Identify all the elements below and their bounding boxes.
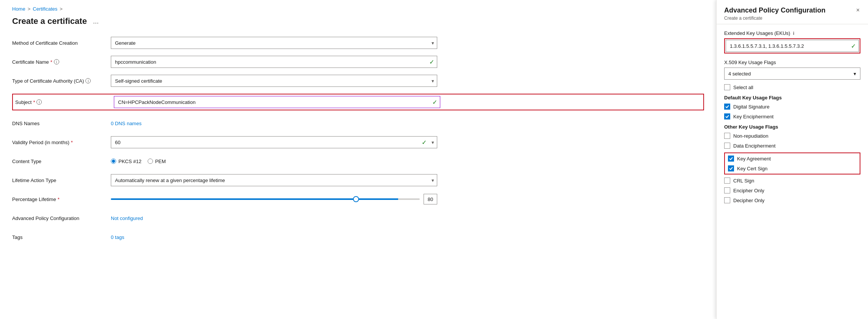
crl-sign-item[interactable]: CRL Sign [724, 178, 860, 184]
cert-name-check-icon: ✓ [429, 58, 434, 66]
panel-close-button[interactable]: × [855, 6, 860, 14]
key-cert-sign-item[interactable]: Key Cert Sign [728, 165, 857, 171]
pem-radio[interactable] [148, 159, 153, 164]
encipher-only-checkbox[interactable] [724, 187, 730, 193]
method-select-wrapper: Generate ▾ [111, 37, 437, 49]
breadcrumb-sep2: > [60, 6, 63, 12]
key-agreement-item[interactable]: Key Agreement [728, 156, 857, 162]
lifetime-control: Automatically renew at a given percentag… [111, 174, 437, 186]
form-row-subject: Subject * i ✓ [12, 94, 704, 110]
non-repudiation-label: Non-repudiation [733, 133, 769, 139]
pkcs-radio-label[interactable]: PKCS #12 [111, 159, 142, 164]
pkcs-radio-text: PKCS #12 [118, 159, 142, 164]
content-type-label: Content Type [12, 159, 111, 164]
x509-select-button[interactable]: 4 selected ▾ [724, 68, 860, 80]
key-agreement-checkbox[interactable] [728, 156, 734, 162]
eku-input[interactable] [726, 40, 859, 52]
panel-subtitle: Create a certificate [724, 16, 825, 21]
key-cert-sign-check-icon [729, 167, 733, 170]
ca-type-control: Self-signed certificate ▾ [111, 75, 437, 87]
page-title: Create a certificate [12, 16, 87, 26]
percentage-label: Percentage Lifetime * [12, 196, 111, 202]
slider-container [111, 195, 420, 203]
x509-chevron-icon: ▾ [854, 71, 856, 77]
digital-signature-checkbox[interactable] [724, 104, 730, 110]
eku-wrapper: ✓ [724, 38, 860, 53]
decipher-only-checkbox[interactable] [724, 197, 730, 203]
eku-info-icon[interactable]: i [793, 30, 794, 36]
encipher-only-label: Encipher Only [733, 188, 764, 193]
cert-name-required: * [50, 59, 52, 65]
non-repudiation-item[interactable]: Non-repudiation [724, 133, 860, 139]
panel-header-text: Advanced Policy Configuration Create a c… [724, 6, 825, 21]
ca-type-select-wrapper: Self-signed certificate ▾ [111, 75, 437, 87]
validity-select[interactable]: 60 [111, 136, 437, 148]
percentage-required: * [58, 196, 60, 202]
panel-title: Advanced Policy Configuration [724, 6, 825, 15]
form-row-ca-type: Type of Certificate Authority (CA) i Sel… [12, 75, 704, 87]
data-encipherment-item[interactable]: Data Encipherment [724, 143, 860, 149]
key-cert-sign-label: Key Cert Sign [737, 166, 767, 171]
key-cert-sign-checkbox[interactable] [728, 165, 734, 171]
key-encipherment-label: Key Encipherment [733, 114, 773, 119]
lifetime-select-wrapper: Automatically renew at a given percentag… [111, 174, 437, 186]
ca-type-label: Type of Certificate Authority (CA) i [12, 78, 111, 84]
lifetime-label: Lifetime Action Type [12, 178, 111, 183]
breadcrumb-certificates[interactable]: Certificates [33, 6, 57, 12]
other-flags-heading: Other Key Usage Flags [724, 124, 860, 130]
subject-input[interactable] [114, 96, 440, 108]
x509-selected-text: 4 selected [728, 71, 751, 77]
x509-label: X.509 Key Usage Flags [724, 60, 860, 65]
crl-sign-checkbox[interactable] [724, 178, 730, 184]
select-all-checkbox[interactable] [724, 84, 730, 90]
eku-label: Extended Key Usages (EKUs) i [724, 30, 860, 36]
data-encipherment-checkbox[interactable] [724, 143, 730, 149]
cert-name-info-icon[interactable]: i [54, 59, 59, 64]
decipher-only-item[interactable]: Decipher Only [724, 197, 860, 203]
cert-name-label: Certificate Name * i [12, 59, 111, 65]
non-repudiation-checkbox[interactable] [724, 133, 730, 139]
subject-info-icon[interactable]: i [36, 99, 42, 105]
cert-name-control: ✓ [111, 56, 437, 68]
ca-type-info-icon[interactable]: i [85, 78, 91, 83]
digital-signature-item[interactable]: Digital Signature [724, 104, 860, 110]
form-row-dns: DNS Names 0 DNS names [12, 117, 704, 129]
breadcrumb-home[interactable]: Home [12, 6, 25, 12]
ca-type-select[interactable]: Self-signed certificate [111, 75, 437, 87]
key-agreement-check-icon [729, 157, 733, 160]
flagged-flags-box: Key Agreement Key Cert Sign [724, 152, 860, 174]
panel-header: Advanced Policy Configuration Create a c… [717, 0, 868, 24]
ellipsis-button[interactable]: ... [91, 17, 101, 26]
form-row-cert-name: Certificate Name * i ✓ [12, 56, 704, 68]
method-select[interactable]: Generate [111, 37, 437, 49]
cert-name-input-wrapper: ✓ [111, 56, 437, 68]
pem-radio-text: PEM [155, 159, 166, 164]
lifetime-select[interactable]: Automatically renew at a given percentag… [111, 174, 437, 186]
page-title-row: Create a certificate ... [12, 16, 704, 26]
dns-link[interactable]: 0 DNS names [111, 121, 142, 126]
pkcs-radio[interactable] [111, 159, 116, 164]
key-agreement-label: Key Agreement [737, 156, 771, 162]
advanced-link[interactable]: Not configured [111, 215, 143, 221]
form-row-tags: Tags 0 tags [12, 231, 704, 243]
data-encipherment-label: Data Encipherment [733, 143, 775, 149]
dns-label: DNS Names [12, 121, 111, 126]
key-encipherment-item[interactable]: Key Encipherment [724, 113, 860, 119]
tags-link[interactable]: 0 tags [111, 234, 124, 240]
form-row-method: Method of Certificate Creation Generate … [12, 37, 704, 49]
subject-label: Subject * i [15, 99, 114, 105]
subject-control: ✓ [114, 96, 440, 108]
percentage-slider[interactable] [111, 198, 420, 200]
select-all-label[interactable]: Select all [733, 85, 753, 90]
cert-name-input[interactable] [111, 56, 437, 68]
breadcrumb-sep1: > [28, 6, 31, 12]
digital-signature-label: Digital Signature [733, 104, 769, 110]
advanced-label: Advanced Policy Configuration [12, 215, 111, 221]
method-control: Generate ▾ [111, 37, 437, 49]
encipher-only-item[interactable]: Encipher Only [724, 187, 860, 193]
form-row-percentage: Percentage Lifetime * 80 [12, 193, 704, 205]
main-content: Home > Certificates > Create a certifica… [0, 0, 716, 319]
pem-radio-label[interactable]: PEM [148, 159, 166, 164]
form-row-lifetime: Lifetime Action Type Automatically renew… [12, 174, 704, 186]
key-encipherment-checkbox[interactable] [724, 113, 730, 119]
